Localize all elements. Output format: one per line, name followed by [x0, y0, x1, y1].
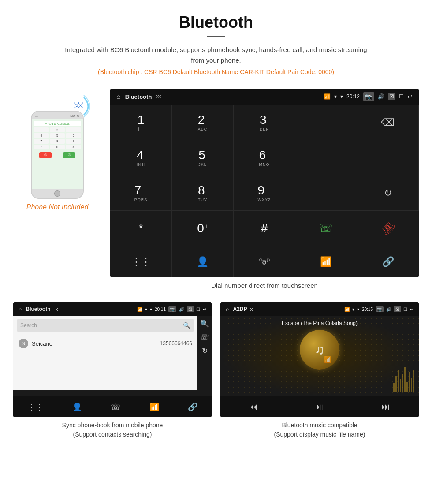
music-camera-icon[interactable]: 📷 — [376, 306, 384, 312]
dial-key-7[interactable]: 7PQRS — [110, 175, 172, 211]
music-usb-icon: ⯵ — [250, 307, 255, 312]
back-icon[interactable]: ↩ — [407, 93, 413, 100]
status-right: 📶 ▾ ▾ 20:12 📷 🔊 ☒ ☐ ↩ — [324, 92, 413, 101]
viz-bar-3 — [398, 370, 399, 392]
pb-caption-line2: (Support contacts searching) — [73, 431, 152, 438]
dial-phone-icon[interactable]: ☏ — [234, 246, 295, 277]
music-status-bar: ⌂ A2DP ⯵ 📶 ▾ ▾ 20:15 📷 🔊 ☒ ☐ ↩ — [220, 302, 419, 316]
header-specs: (Bluetooth chip : CSR BC6 Default Blueto… — [9, 68, 423, 75]
music-home-icon[interactable]: ⌂ — [226, 306, 229, 313]
dial-key-star[interactable]: * — [110, 211, 172, 246]
pb-bt-bottom-icon[interactable]: 📶 — [144, 399, 164, 415]
svg-text:⯵: ⯵ — [74, 100, 84, 111]
phone-add-contacts-label: + Add to Contacts — [34, 121, 81, 126]
page-title: Bluetooth — [9, 13, 423, 32]
dial-grid-icon[interactable]: ⋮⋮ — [110, 246, 172, 277]
phone-key-star: * — [34, 145, 49, 149]
header-divider — [207, 36, 225, 37]
dial-key-hash[interactable]: # — [234, 211, 295, 246]
pb-search-bar[interactable]: Search 🔍 — [17, 319, 194, 332]
music-wifi-icon: ▾ — [357, 307, 359, 312]
viz-bar-1 — [393, 383, 395, 392]
pb-close-icon[interactable]: ☒ — [187, 306, 194, 312]
pb-bt-icon: 📶 — [137, 307, 142, 312]
dial-end-call-button[interactable]: ☏ — [357, 211, 419, 246]
music-caption-line1: Bluetooth music compatible — [282, 422, 357, 429]
dial-key-8[interactable]: 8TUV — [172, 175, 234, 211]
viz-bar-6 — [404, 367, 406, 392]
music-next-button[interactable]: ⏭ — [374, 398, 397, 415]
phone-not-text: Phone Not — [26, 203, 62, 211]
music-content: Escape (The Pina Colada Song) ♫ 📶 — [220, 316, 419, 396]
pb-contact-avatar: S — [19, 339, 28, 348]
viz-bar-2 — [395, 376, 397, 392]
dial-key-0[interactable]: 0+ — [172, 211, 234, 246]
phonebook-screen: ⌂ Bluetooth ⯵ 📶 ▾ ▾ 20:11 📷 🔊 ☒ ☐ ↩ — [13, 302, 212, 417]
music-album-art: ♫ 📶 — [300, 330, 339, 370]
pb-win-icon[interactable]: ☐ — [196, 307, 200, 312]
music-prev-button[interactable]: ⏮ — [242, 398, 265, 415]
dial-key-2[interactable]: 2ABC — [172, 105, 234, 140]
dial-display-area — [295, 105, 357, 140]
music-note-icon: ♫ — [315, 342, 325, 357]
close-icon[interactable]: ☒ — [388, 93, 395, 100]
dial-contacts-icon[interactable]: 👤 — [172, 246, 234, 277]
phone-end-call: ✆ — [39, 152, 52, 158]
dial-empty-row3 — [295, 175, 357, 211]
dial-link-icon[interactable]: 🔗 — [357, 246, 419, 277]
music-song-title: Escape (The Pina Colada Song) — [282, 320, 358, 326]
dial-key-5[interactable]: 5JKL — [172, 140, 234, 175]
pb-home-icon[interactable]: ⌂ — [19, 306, 22, 313]
pb-grid-icon[interactable]: ⋮⋮ — [22, 399, 49, 415]
dial-key-9[interactable]: 9WXYZ — [234, 175, 295, 211]
camera-icon[interactable]: 📷 — [363, 92, 374, 101]
pb-right-phone-icon[interactable]: ☏ — [200, 333, 209, 341]
music-play-pause-button[interactable]: ⏯ — [308, 398, 331, 415]
pb-search-placeholder: Search — [20, 322, 37, 329]
phone-included-text: Included — [62, 203, 89, 211]
dial-key-4[interactable]: 4GHI — [110, 140, 172, 175]
pb-contact-number: 13566664466 — [160, 340, 192, 347]
pb-link-icon[interactable]: 🔗 — [182, 399, 203, 415]
music-screen: ⌂ A2DP ⯵ 📶 ▾ ▾ 20:15 📷 🔊 ☒ ☐ ↩ — [220, 302, 419, 417]
wifi-icon: ▾ — [340, 93, 343, 100]
phone-not-included-label: Phone Not Included — [26, 203, 89, 211]
phone-key-6: 6 — [66, 133, 81, 138]
dial-bottom-toolbar: ⋮⋮ 👤 ☏ 📶 🔗 — [110, 246, 419, 277]
pb-camera-icon[interactable]: 📷 — [168, 306, 176, 312]
bluetooth-icon: 📶 — [324, 93, 331, 100]
pb-person-icon[interactable]: 👤 — [67, 399, 87, 415]
dial-status-bar: ⌂ Bluetooth ⯵ 📶 ▾ ▾ 20:12 📷 🔊 ☒ ☐ ↩ — [110, 89, 419, 105]
pb-contact-name: Seicane — [32, 340, 156, 347]
music-bt-overlay-icon: 📶 — [324, 356, 331, 363]
dial-bluetooth-icon[interactable]: 📶 — [295, 246, 357, 277]
pb-right-refresh-icon[interactable]: ↻ — [202, 347, 208, 355]
music-caption-line2: (Support display music file name) — [274, 431, 365, 438]
music-back-icon[interactable]: ↩ — [410, 307, 413, 312]
usb-icon: ⯵ — [156, 93, 161, 100]
music-bt-icon: 📶 — [344, 307, 350, 312]
phone-keypad: 1 2 3 4 5 6 7 8 9 * 0 # — [34, 127, 81, 149]
music-vol-icon[interactable]: 🔊 — [386, 307, 391, 312]
dial-refresh-button[interactable]: ↻ — [357, 175, 419, 211]
pb-phone-icon[interactable]: ☏ — [105, 399, 126, 415]
dial-call-button[interactable]: ☏ — [295, 211, 357, 246]
music-close-icon[interactable]: ☒ — [394, 306, 401, 312]
pb-right-search-icon[interactable]: 🔍 — [200, 319, 209, 328]
pb-back-icon[interactable]: ↩ — [203, 307, 206, 312]
dial-delete-button[interactable]: ⌫ — [357, 105, 419, 140]
volume-icon[interactable]: 🔊 — [378, 93, 384, 100]
main-section: ⯵ ...MOTO + Add to Contacts 1 2 3 4 5 6 — [0, 89, 432, 298]
pb-vol-icon[interactable]: 🔊 — [179, 307, 184, 312]
dial-key-1[interactable]: 1⌉ — [110, 105, 172, 140]
dial-key-3[interactable]: 3DEF — [234, 105, 295, 140]
location-icon: ▾ — [334, 93, 337, 100]
phone-bottom-bar — [32, 189, 83, 198]
dial-key-6[interactable]: 6MNO — [234, 140, 295, 175]
music-block: ⌂ A2DP ⯵ 📶 ▾ ▾ 20:15 📷 🔊 ☒ ☐ ↩ — [220, 302, 419, 439]
pb-time: 20:11 — [155, 307, 166, 312]
home-icon[interactable]: ⌂ — [116, 93, 121, 101]
music-win-icon[interactable]: ☐ — [403, 307, 407, 312]
window-icon[interactable]: ☐ — [399, 93, 404, 100]
pb-contact-row[interactable]: S Seicane 13566664466 — [17, 335, 194, 352]
